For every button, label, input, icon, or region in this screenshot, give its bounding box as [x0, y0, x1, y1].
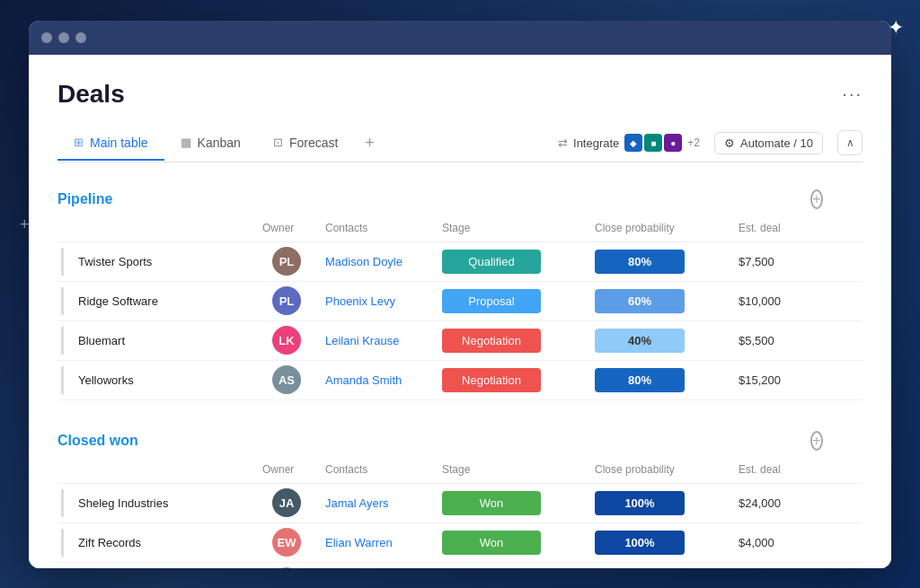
deal-amount: $7,500	[731, 251, 803, 272]
table-row: Bluemart LK Leilani Krause Negotiation 4…	[58, 321, 862, 361]
more-menu-button[interactable]: ···	[842, 83, 862, 104]
cw-col-est-deal: Est. deal	[731, 460, 803, 479]
window-dot-3	[75, 32, 86, 43]
automate-icon: ⚙	[724, 136, 735, 150]
deal-amount: $4,000	[731, 532, 803, 553]
deal-owner: EW	[255, 524, 318, 560]
add-column-circle-icon-2[interactable]: +	[810, 431, 823, 451]
deal-probability: 100%	[588, 487, 731, 519]
cw-col-name	[58, 466, 255, 473]
deal-stage: Proposal	[435, 285, 588, 317]
tab-forecast-label: Forecast	[289, 136, 338, 150]
closed-won-column-headers: Owner Contacts Stage Close probability E…	[58, 456, 862, 484]
tab-forecast[interactable]: ⊡ Forecast	[257, 127, 354, 161]
cw-col-owner: Owner	[255, 460, 318, 479]
closed-won-rows: Sheleg Industries JA Jamal Ayers Won 100…	[58, 484, 862, 568]
deal-probability: 100%	[588, 527, 731, 558]
deal-probability: 80%	[588, 246, 731, 277]
pipeline-column-headers: Owner Contacts Stage Close probability E…	[58, 215, 862, 242]
deal-contact[interactable]: Madison Doyle	[318, 251, 435, 272]
deal-stage: Qualified	[435, 246, 588, 277]
deal-amount: $5,500	[731, 330, 803, 351]
avatar: AS	[272, 365, 301, 394]
deal-owner: SS	[255, 564, 318, 568]
automate-label: Automate / 10	[740, 136, 813, 150]
add-column-circle-icon[interactable]: +	[810, 189, 823, 209]
deal-amount: $10,000	[731, 291, 803, 312]
tab-actions: ⇄ Integrate ◆ ■ ● +2 ⚙ Automate / 10 ∧	[558, 130, 862, 155]
tab-kanban[interactable]: ▦ Kanban	[164, 127, 257, 161]
stage-badge: Won	[442, 491, 541, 515]
deal-stage: Won	[435, 527, 588, 558]
col-stage: Stage	[435, 218, 588, 238]
deal-stage: Negotiation	[435, 325, 588, 356]
col-est-deal: Est. deal	[731, 218, 803, 238]
deal-name: Yelloworks	[61, 366, 255, 394]
table-row: Sheleg Industries JA Jamal Ayers Won 100…	[58, 484, 862, 523]
forecast-icon: ⊡	[273, 136, 283, 149]
prob-bar: 60%	[595, 289, 685, 313]
deal-name: Zift Records	[61, 529, 255, 557]
page-header: Deals ···	[58, 80, 862, 109]
table-row: Zift Records EW Elian Warren Won 100% $4…	[58, 523, 862, 563]
pipeline-add-column-button[interactable]: +	[803, 186, 830, 213]
deal-contact[interactable]: Elian Warren	[318, 532, 435, 553]
deal-name: Ridge Software	[61, 287, 255, 315]
prob-bar: 100%	[595, 531, 685, 555]
integrate-icon-blue: ◆	[624, 134, 642, 152]
integrate-icon: ⇄	[558, 136, 568, 150]
cw-col-close-prob: Close probability	[588, 460, 731, 479]
table-row: Yelloworks AS Amanda Smith Negotiation 8…	[58, 361, 862, 400]
closed-won-title: Closed won	[58, 433, 255, 449]
col-owner: Owner	[255, 218, 318, 238]
deal-name: Sheleg Industries	[61, 489, 255, 517]
stage-badge: Qualified	[442, 250, 541, 274]
table-row: Twister Sports PL Madison Doyle Qualifie…	[58, 242, 862, 282]
stage-badge: Proposal	[442, 289, 541, 313]
tab-bar: ⊞ Main table ▦ Kanban ⊡ Forecast + ⇄ Int…	[58, 125, 862, 162]
integrate-label: Integrate	[573, 136, 619, 150]
deal-stage: Won	[435, 487, 588, 519]
deal-owner: LK	[255, 322, 318, 358]
main-content: Deals ··· ⊞ Main table ▦ Kanban ⊡ Foreca…	[29, 55, 891, 568]
pipeline-rows: Twister Sports PL Madison Doyle Qualifie…	[58, 242, 862, 400]
col-close-prob: Close probability	[588, 218, 731, 238]
deal-stage: Negotiation	[435, 364, 588, 396]
cw-col-contacts: Contacts	[318, 460, 435, 479]
cw-col-add	[803, 466, 830, 473]
deal-contact[interactable]: Amanda Smith	[318, 370, 435, 391]
deal-owner: PL	[255, 243, 318, 279]
avatar: JA	[272, 488, 301, 517]
tab-kanban-label: Kanban	[198, 136, 241, 150]
add-tab-button[interactable]: +	[354, 125, 385, 162]
deal-probability: 100%	[588, 566, 731, 568]
pipeline-section: Pipeline + Owner Contacts Stage Close pr…	[58, 184, 862, 400]
prob-bar: 80%	[595, 250, 685, 274]
deal-probability: 40%	[588, 325, 731, 356]
deal-owner: PL	[255, 283, 318, 319]
stage-badge: Negotiation	[442, 368, 541, 392]
deal-contact[interactable]: Phoenix Levy	[318, 291, 435, 312]
deal-contact[interactable]: Jamal Ayers	[318, 493, 435, 513]
integrate-button[interactable]: ⇄ Integrate ◆ ■ ● +2	[558, 134, 700, 152]
prob-bar: 40%	[595, 329, 685, 353]
collapse-button[interactable]: ∧	[837, 130, 862, 155]
stage-badge: Won	[442, 531, 541, 555]
closed-won-section: Closed won + Owner Contacts Stage Close …	[58, 426, 862, 568]
automate-button[interactable]: ⚙ Automate / 10	[714, 132, 823, 154]
integrate-icons-group: ◆ ■ ●	[624, 134, 682, 152]
closed-won-add-column-button[interactable]: +	[803, 427, 830, 454]
integrate-icon-teal: ■	[644, 134, 662, 152]
titlebar	[29, 21, 891, 55]
page-title: Deals	[58, 80, 125, 109]
table-icon: ⊞	[74, 136, 84, 149]
avatar: PL	[272, 286, 301, 315]
deal-stage: Won	[435, 566, 588, 568]
deal-probability: 80%	[588, 364, 731, 396]
integrate-icon-purple: ●	[664, 134, 682, 152]
prob-bar: 80%	[595, 368, 685, 392]
window-dot-1	[41, 32, 52, 43]
deal-contact[interactable]: Leilani Krause	[318, 330, 435, 351]
stage-badge: Negotiation	[442, 329, 541, 353]
tab-main-table[interactable]: ⊞ Main table	[58, 127, 164, 161]
